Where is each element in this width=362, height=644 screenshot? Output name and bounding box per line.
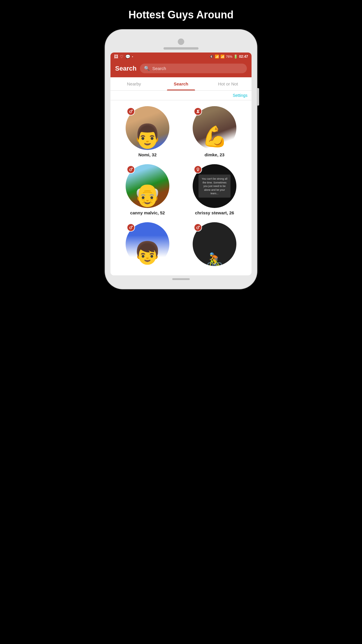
avatar [193,106,236,150]
tab-search[interactable]: Search [157,77,204,90]
battery-percent: 76% [226,55,232,58]
gender-badge-male [127,107,135,116]
gender-badge-male [127,165,135,174]
settings-link[interactable]: Settings [233,93,247,98]
tab-hot-or-not[interactable]: Hot or Not [205,77,252,90]
profile-name: Nomi, 32 [138,152,157,157]
svg-point-17 [196,227,198,229]
svg-point-6 [129,169,131,171]
phone-screen: 🖼 ♡ 💬 • 🔇 📶 📶 76% 🔋 02:47 Search 🔍 Searc… [110,52,252,275]
status-bar: 🖼 ♡ 💬 • 🔇 📶 📶 76% 🔋 02:47 [110,52,252,61]
list-item[interactable]: Nomi, 32 [114,103,181,161]
time-display: 02:47 [239,55,248,59]
gender-badge-female [194,165,202,174]
tab-nearby[interactable]: Nearby [110,77,157,90]
profile-name: dimke, 23 [205,152,224,157]
mute-icon: 🔇 [209,55,214,59]
profile-name: chrissy stewart, 26 [195,210,234,215]
avatar: You can't be strong all the time. Someti… [193,164,236,208]
avatar: 🚴 [193,222,236,266]
tab-bar: Nearby Search Hot or Not [110,77,252,91]
dot-icon: • [132,55,133,58]
svg-point-0 [129,111,131,113]
gender-badge-male [194,223,202,232]
phone-shell: 🖼 ♡ 💬 • 🔇 📶 📶 76% 🔋 02:47 Search 🔍 Searc… [105,30,257,289]
profile-name: canny malvic, 52 [130,210,165,215]
search-bar[interactable]: 🔍 Search [140,64,247,73]
phone-speaker [164,47,198,50]
page-title: Hottest Guys Around [129,9,234,21]
profile-grid: Nomi, 32 dimke, 23 [110,100,252,275]
svg-point-5 [198,109,200,111]
wifi-icon: 📶 [215,55,219,59]
avatar [126,222,169,266]
list-item[interactable]: You can't be strong all the time. Someti… [181,161,248,219]
settings-row: Settings [110,91,252,100]
app-header: Search 🔍 Search [110,61,252,77]
svg-point-10 [197,168,199,170]
quote-text: You can't be strong all the time. Someti… [198,175,231,198]
list-item[interactable] [114,219,181,272]
list-item[interactable]: 🚴 [181,219,248,272]
phone-home-button [172,278,190,280]
search-input-placeholder: Search [152,66,166,71]
search-icon: 🔍 [144,66,150,71]
phone-camera [178,38,184,45]
gender-badge-male [127,223,135,232]
battery-icon: 🔋 [233,55,238,59]
chat-icon: 💬 [125,54,130,59]
list-item[interactable]: dimke, 23 [181,103,248,161]
image-icon: 🖼 [114,54,118,59]
online-badge [194,107,202,116]
heart-icon: ♡ [120,54,124,59]
svg-point-13 [129,227,131,229]
app-header-title: Search [115,65,136,72]
list-item[interactable]: canny malvic, 52 [114,161,181,219]
phone-side-button [257,88,259,106]
status-icons-left: 🖼 ♡ 💬 • [114,54,133,59]
signal-icon: 📶 [220,55,225,59]
avatar [126,106,169,150]
status-icons-right: 🔇 📶 📶 76% 🔋 02:47 [209,55,248,59]
avatar [126,164,169,208]
